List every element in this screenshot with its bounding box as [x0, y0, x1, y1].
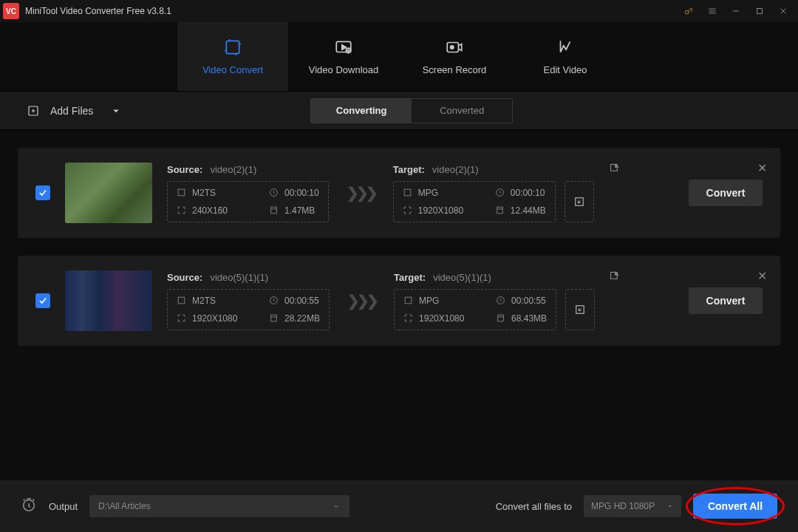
- convert-button[interactable]: Convert: [689, 180, 763, 206]
- source-meta-box: M2TS 00:00:10 240X160 1.47MB: [167, 181, 329, 222]
- add-files-button[interactable]: Add Files: [27, 104, 123, 117]
- source-meta-box: M2TS 00:00:55 1920X1080 28.22MB: [167, 289, 330, 330]
- row-checkbox[interactable]: [35, 293, 50, 308]
- resolution-icon: [177, 205, 186, 215]
- row-checkbox[interactable]: [35, 185, 50, 200]
- convert-all-files-label: Convert all files to: [496, 501, 572, 512]
- edit-target-icon[interactable]: [609, 270, 620, 284]
- target-settings-button[interactable]: [565, 181, 594, 222]
- svg-rect-21: [498, 315, 504, 321]
- remove-row-button[interactable]: ✕: [757, 161, 767, 175]
- source-label: Source:: [167, 164, 202, 175]
- svg-point-0: [685, 10, 689, 14]
- toolbar: Add Files Converting Converted: [0, 92, 798, 130]
- arrow-icon: ❯❯❯: [347, 184, 375, 202]
- tab-video-download[interactable]: Video Download: [288, 22, 399, 91]
- chevron-down-icon: [666, 502, 674, 510]
- app-logo: VC: [3, 3, 19, 19]
- target-format-select[interactable]: MPG HD 1080P: [584, 495, 681, 517]
- svg-rect-8: [178, 189, 185, 196]
- status-segmented: Converting Converted: [310, 98, 513, 123]
- chevron-down-icon: [332, 502, 341, 511]
- maximize-button[interactable]: [748, 0, 771, 22]
- output-label: Output: [49, 501, 78, 512]
- target-meta-box: MPG 00:00:10 1920X1080 12.44MB: [393, 181, 556, 222]
- filesize-icon: [269, 205, 279, 215]
- remove-row-button[interactable]: ✕: [757, 269, 767, 283]
- target-settings-button[interactable]: [565, 289, 595, 330]
- main-nav: Video Convert Video Download Screen Reco…: [0, 22, 798, 92]
- arrow-icon: ❯❯❯: [347, 292, 376, 310]
- target-label: Target:: [393, 164, 425, 175]
- target-filename: video(2)(1): [432, 164, 479, 175]
- output-path-select[interactable]: D:\All Articles: [89, 495, 349, 517]
- tab-converted[interactable]: Converted: [412, 99, 512, 123]
- file-list: Source:video(2)(1) M2TS 00:00:10 240X160…: [0, 130, 798, 346]
- target-filename: video(5)(1)(1): [433, 272, 491, 283]
- file-row: Source:video(5)(1)(1) M2TS 00:00:55 1920…: [18, 256, 780, 346]
- svg-rect-11: [404, 189, 411, 196]
- record-icon: [445, 38, 464, 57]
- menu-icon[interactable]: [700, 0, 724, 22]
- file-row: Source:video(2)(1) M2TS 00:00:10 240X160…: [18, 148, 780, 238]
- tab-edit-video[interactable]: Edit Video: [510, 22, 621, 91]
- convert-all-button[interactable]: Convert All: [693, 494, 777, 519]
- app-title: MiniTool Video Converter Free v3.8.1: [25, 6, 171, 16]
- svg-rect-2: [226, 41, 239, 53]
- key-icon[interactable]: [677, 0, 700, 22]
- schedule-icon[interactable]: [21, 497, 37, 516]
- edit-icon: [556, 38, 575, 57]
- tab-screen-record[interactable]: Screen Record: [399, 22, 510, 91]
- thumbnail: [65, 270, 152, 331]
- convert-button[interactable]: Convert: [689, 287, 763, 314]
- svg-rect-18: [271, 315, 277, 321]
- tab-converting[interactable]: Converting: [311, 99, 412, 123]
- svg-rect-16: [178, 297, 185, 304]
- download-icon: [334, 38, 353, 57]
- edit-target-icon[interactable]: [609, 163, 620, 177]
- close-button[interactable]: [771, 0, 795, 22]
- minimize-button[interactable]: [724, 0, 748, 22]
- svg-rect-10: [271, 207, 277, 214]
- convert-icon: [223, 38, 242, 57]
- svg-rect-13: [497, 207, 502, 214]
- clock-icon: [269, 188, 279, 197]
- source-filename: video(2)(1): [210, 164, 256, 175]
- format-icon: [177, 188, 186, 197]
- footer-bar: Output D:\All Articles Convert all files…: [0, 480, 798, 532]
- thumbnail: [65, 163, 152, 223]
- tab-video-convert[interactable]: Video Convert: [177, 22, 288, 91]
- target-meta-box: MPG 00:00:55 1920X1080 68.43MB: [394, 289, 556, 330]
- svg-rect-1: [757, 9, 763, 14]
- add-file-icon: [27, 104, 40, 117]
- source-filename: video(5)(1)(1): [210, 272, 268, 283]
- chevron-down-icon: [109, 104, 123, 117]
- svg-point-6: [451, 46, 454, 49]
- title-bar: VC MiniTool Video Converter Free v3.8.1: [0, 0, 798, 22]
- svg-rect-19: [405, 297, 412, 304]
